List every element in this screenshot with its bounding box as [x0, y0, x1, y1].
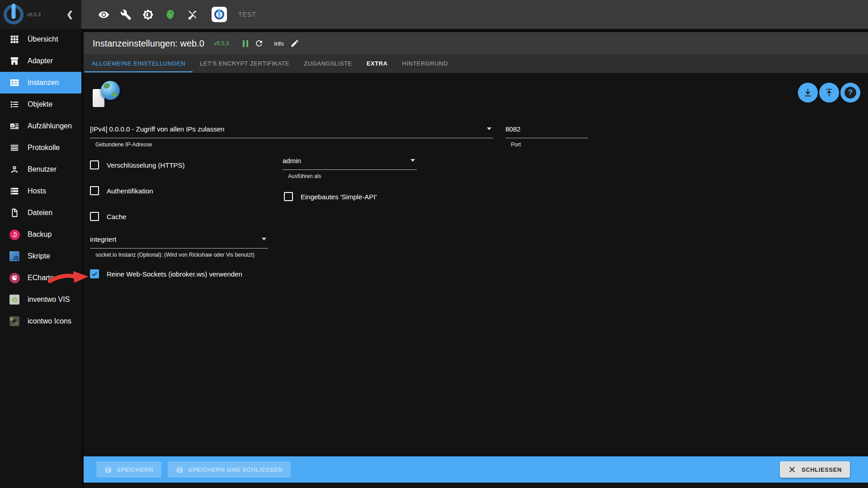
tab-zugangsliste[interactable]: ZUGANGSLISTE — [297, 55, 359, 72]
sidebar-item-label: ECharts — [28, 274, 54, 282]
checkbox-unchecked-icon — [90, 212, 99, 221]
sidebar-item-echarts[interactable]: ECharts — [0, 267, 81, 289]
download-config-button[interactable] — [798, 83, 818, 103]
checkbox-unchecked-icon — [90, 186, 99, 195]
sidebar-item-label: Skripte — [28, 252, 50, 260]
person-icon — [9, 164, 20, 175]
sidebar-item-label: Hosts — [28, 187, 46, 195]
sidebar-item-benutzer[interactable]: Benutzer — [0, 159, 81, 180]
dialog-title: Instanzeinstellungen: web.0 — [93, 38, 204, 49]
cache-checkbox-label: Cache — [107, 213, 126, 221]
save-and-close-button-label: SPEICHERN UND SCHLIESSEN — [188, 466, 283, 473]
dialog-content: ? [IPv4] 0.0.0.0 - Zugriff von allen IPs… — [84, 73, 868, 456]
backup-history-icon — [9, 229, 20, 240]
sidebar-item-label: Instanzen — [28, 79, 59, 87]
tab-allgemeine-einstellungen[interactable]: ALLGEMEINE EINSTELLUNGEN — [85, 55, 193, 72]
bound-ip-select[interactable]: [IPv4] 0.0.0.0 - Zugriff von allen IPs z… — [90, 123, 493, 148]
host-name: TEST — [238, 11, 256, 18]
sidebar-item-label: Protokolle — [28, 144, 60, 152]
websockets-checkbox[interactable]: Reine Web-Sockets (iobroker.ws) verwende… — [90, 269, 242, 278]
upload-config-button[interactable] — [819, 83, 839, 103]
admin-app-icon[interactable] — [212, 7, 227, 22]
iobroker-logo — [4, 5, 24, 24]
menu-lines-icon — [9, 142, 20, 153]
view-eye-button[interactable] — [97, 8, 110, 21]
file-icon — [9, 207, 20, 218]
info-link[interactable]: info — [274, 40, 284, 47]
socketio-value: integriert — [90, 235, 116, 243]
sidebar-item-skripte[interactable]: JS Skripte — [0, 245, 81, 267]
theme-brightness-button[interactable] — [142, 8, 154, 21]
sidebar-item-label: Objekte — [28, 100, 52, 108]
sidebar-item-dateien[interactable]: Dateien — [0, 202, 81, 224]
bound-ip-label: Gebundene IP-Adresse — [90, 141, 493, 148]
sidebar-item-aufzaehlungen[interactable]: Aufzählungen — [0, 115, 81, 137]
chevron-down-icon — [262, 238, 266, 240]
server-icon — [9, 186, 20, 197]
https-checkbox-label: Verschlüsselung (HTTPS) — [107, 161, 185, 169]
checkbox-checked-icon — [90, 269, 99, 278]
sidebar-item-inventwo-vis[interactable]: inventwo VIS — [0, 289, 81, 310]
cache-checkbox[interactable]: Cache — [90, 212, 126, 221]
icontwo-icons-icon — [9, 316, 20, 327]
sidebar-item-protokolle[interactable]: Protokolle — [0, 137, 81, 159]
sidebar-item-hosts[interactable]: Hosts — [0, 180, 81, 202]
sidebar-nav: Übersicht Adapter Instanzen Objekte Aufz… — [0, 28, 81, 332]
run-as-select[interactable]: admin Ausführen als — [283, 155, 417, 179]
port-value: 8082 — [505, 125, 520, 133]
chevron-down-icon — [410, 159, 415, 162]
dialog-titlebar: Instanzeinstellungen: web.0 v5.5.3 info — [84, 32, 868, 55]
sidebar: v6.5.3 ❮ Übersicht Adapter Instanzen Obj… — [0, 0, 81, 488]
socketio-select[interactable]: integriert socket.io Instanz (Optional):… — [90, 234, 268, 258]
https-checkbox[interactable]: Verschlüsselung (HTTPS) — [90, 160, 185, 169]
list-icon — [9, 99, 20, 110]
sidebar-item-label: Adapter — [28, 57, 53, 65]
sidebar-item-label: Übersicht — [28, 35, 58, 43]
sidebar-item-label: Benutzer — [28, 165, 57, 174]
sidebar-item-label: inventwo VIS — [28, 296, 70, 304]
disconnect-sync-off-button[interactable] — [186, 8, 198, 21]
tab-lets-encrypt-zertifikate[interactable]: LET'S ENCRYPT ZERTIFIKATE — [193, 55, 297, 72]
websockets-checkbox-label: Reine Web-Sockets (iobroker.ws) verwende… — [107, 270, 242, 278]
pause-instance-button[interactable] — [243, 40, 248, 47]
javascript-icon: JS — [9, 251, 20, 262]
port-label: Port — [505, 141, 588, 148]
auth-checkbox[interactable]: Authentifikation — [90, 186, 153, 195]
save-button-label: SPEICHERN — [117, 466, 153, 473]
instance-version: v5.5.3 — [214, 40, 229, 47]
sidebar-item-adapter[interactable]: Adapter — [0, 50, 81, 72]
run-as-value: admin — [283, 157, 301, 164]
chevron-down-icon — [487, 127, 491, 130]
sidebar-item-backup[interactable]: Backup — [0, 224, 81, 245]
sidebar-item-instanzen[interactable]: Instanzen — [0, 72, 81, 94]
topbar: TEST — [81, 0, 868, 29]
close-x-icon — [788, 465, 796, 474]
grid-icon — [9, 34, 20, 45]
tab-hintergrund[interactable]: HINTERGRUND — [395, 55, 455, 72]
edit-pencil-button[interactable] — [290, 39, 299, 48]
close-button-label: SCHLIESSEN — [802, 466, 842, 473]
echarts-icon — [9, 272, 20, 283]
simple-api-checkbox-label: Eingebautes 'Simple-API' — [301, 193, 377, 201]
save-button[interactable]: SPEICHERN — [96, 461, 161, 478]
sidebar-item-uebersicht[interactable]: Übersicht — [0, 28, 81, 50]
help-button[interactable]: ? — [840, 83, 860, 103]
bound-ip-value: [IPv4] 0.0.0.0 - Zugriff von allen IPs z… — [90, 125, 224, 133]
sidebar-item-objekte[interactable]: Objekte — [0, 94, 81, 115]
expert-mode-button[interactable] — [164, 8, 176, 21]
collapse-sidebar-button[interactable]: ❮ — [63, 8, 77, 21]
socketio-label: socket.io Instanz (Optional): (Wird von … — [90, 252, 268, 258]
dialog-tabs: ALLGEMEINE EINSTELLUNGEN LET'S ENCRYPT Z… — [84, 55, 868, 73]
inventwo-vis-icon — [9, 294, 20, 305]
close-button[interactable]: SCHLIESSEN — [780, 461, 850, 478]
simple-api-checkbox[interactable]: Eingebautes 'Simple-API' — [284, 192, 377, 201]
wrench-button[interactable] — [119, 8, 132, 21]
restart-instance-button[interactable] — [255, 39, 264, 48]
port-field[interactable]: 8082 Port — [505, 123, 588, 148]
sidebar-header: v6.5.3 ❮ — [0, 0, 81, 29]
instances-icon — [9, 77, 20, 88]
tab-extra[interactable]: EXTRA — [359, 55, 395, 72]
save-and-close-button[interactable]: SPEICHERN UND SCHLIESSEN — [168, 461, 291, 478]
auth-checkbox-label: Authentifikation — [107, 187, 153, 195]
sidebar-item-icontwo-icons[interactable]: icontwo Icons — [0, 310, 81, 332]
